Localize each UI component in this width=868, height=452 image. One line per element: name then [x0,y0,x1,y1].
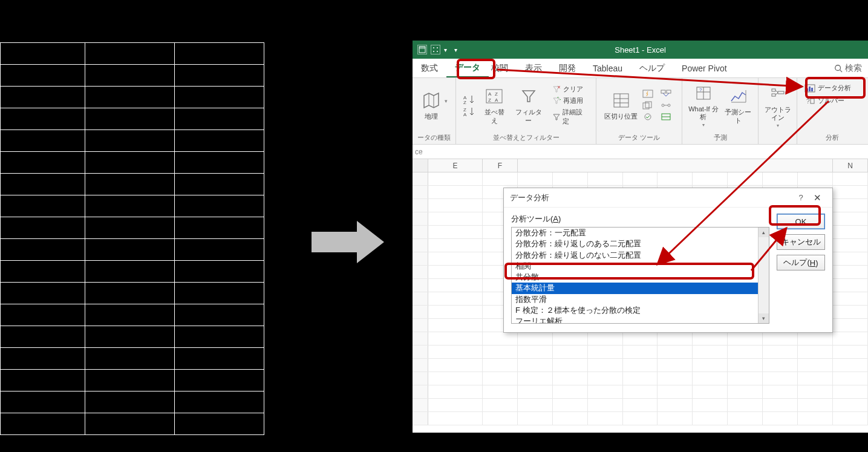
cell[interactable] [833,319,868,332]
tab-powerpivot[interactable]: Power Pivot [673,59,736,77]
whatif-button[interactable]: ? What-If 分析 ▾ [687,82,720,128]
cell[interactable] [658,332,693,345]
row-header[interactable] [413,292,428,305]
tool-list-item[interactable]: 指数平滑 [512,294,758,305]
cell[interactable] [483,372,518,385]
tool-list-item[interactable]: F 検定：２標本を使った分散の検定 [512,305,758,316]
cell[interactable] [833,212,868,225]
tab-data[interactable]: データ [446,59,489,77]
tab-review[interactable]: 校閲 [489,59,517,77]
help-button[interactable]: ヘルプ(H) [777,255,825,270]
qat-icon-1[interactable] [417,45,427,54]
cell[interactable] [763,372,798,385]
cell[interactable] [833,199,868,212]
row-header[interactable] [413,372,428,385]
row-header[interactable] [413,186,428,198]
cell[interactable] [623,412,658,425]
data-analysis-button[interactable]: データ分析 [802,83,853,93]
cell[interactable] [518,372,553,385]
cell[interactable] [623,399,658,411]
cell[interactable] [833,252,868,265]
cell[interactable] [588,359,623,372]
tab-formula[interactable]: 数式 [417,59,446,77]
cell[interactable] [518,385,553,398]
sort-button[interactable]: AZZA 並べ替え [481,85,507,124]
cell[interactable] [728,332,763,345]
cell[interactable] [518,399,553,411]
cell[interactable] [728,399,763,411]
cell[interactable] [833,279,868,292]
cell[interactable] [553,172,588,185]
cell[interactable] [483,346,518,358]
cell[interactable] [588,399,623,411]
cell[interactable] [658,399,693,411]
col-header-n[interactable]: N [833,159,868,172]
row-header[interactable] [413,359,428,372]
cell[interactable] [518,346,553,358]
cell[interactable] [658,385,693,398]
qat-chevron-down-icon[interactable]: ▾ [444,47,447,53]
cell[interactable] [728,346,763,358]
col-header-e[interactable]: E [428,159,483,172]
cell[interactable] [798,412,833,425]
sort-desc-button[interactable]: ZA [461,106,477,117]
row-header[interactable] [413,346,428,358]
formula-bar[interactable]: ce [413,145,868,159]
cell[interactable] [798,332,833,345]
cell[interactable] [658,172,693,185]
cell[interactable] [658,412,693,425]
remove-dup-button[interactable] [640,100,656,110]
cell[interactable] [483,172,518,185]
cell[interactable] [693,372,728,385]
cell[interactable] [518,412,553,425]
sort-asc-button[interactable]: AZ [461,94,477,105]
cell[interactable] [693,172,728,185]
cell[interactable] [693,332,728,345]
cell[interactable] [763,385,798,398]
tab-view[interactable]: 表示 [517,59,550,77]
row-header[interactable] [413,319,428,332]
cell[interactable] [428,372,483,385]
cell[interactable] [763,359,798,372]
cell[interactable] [623,372,658,385]
cell[interactable] [428,199,483,212]
cell[interactable] [553,412,588,425]
tool-list-item[interactable]: 基本統計量 [512,283,758,293]
cell[interactable] [428,212,483,225]
cell[interactable] [623,346,658,358]
cell[interactable] [798,372,833,385]
tool-list-item[interactable]: フーリエ解析 [512,316,758,323]
cell[interactable] [428,306,483,318]
cell[interactable] [798,172,833,185]
cell[interactable] [588,385,623,398]
cell[interactable] [428,252,483,265]
cell[interactable] [833,226,868,238]
cell[interactable] [428,319,483,332]
chevron-down-icon[interactable]: ▾ [445,98,448,104]
tool-list-item[interactable]: 分散分析：繰り返しのある二元配置 [512,238,758,249]
cell[interactable] [553,399,588,411]
tab-help[interactable]: ヘルプ [631,59,673,77]
cell[interactable] [428,346,483,358]
cell[interactable] [588,172,623,185]
cell[interactable] [763,399,798,411]
cell[interactable] [693,359,728,372]
cell[interactable] [833,385,868,398]
row-header[interactable] [413,385,428,398]
row-header[interactable] [413,212,428,225]
cell[interactable] [428,385,483,398]
row-header[interactable] [413,279,428,292]
cell[interactable] [588,372,623,385]
cancel-button[interactable]: キャンセル [777,234,825,250]
data-validation-button[interactable] [640,112,656,122]
cell[interactable] [658,372,693,385]
cell[interactable] [833,306,868,318]
cell[interactable] [833,359,868,372]
cell[interactable] [588,346,623,358]
row-header[interactable] [413,306,428,318]
cell[interactable] [833,186,868,198]
cell[interactable] [428,412,483,425]
cell[interactable] [553,359,588,372]
relations-button[interactable] [658,100,674,110]
cell[interactable] [798,346,833,358]
